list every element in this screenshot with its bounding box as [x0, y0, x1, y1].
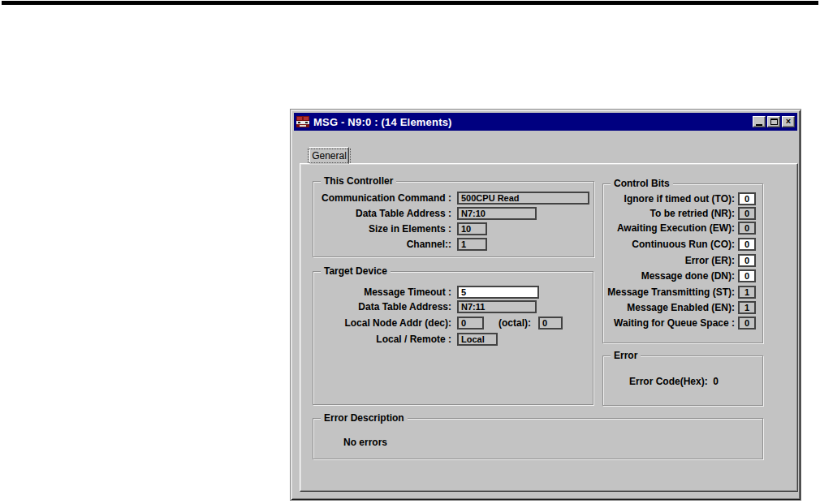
message-timeout-input[interactable]: 5 [457, 286, 539, 299]
waiting-for-queue-space-bit: 0 [738, 317, 756, 330]
error-description-group: Error Description No errors [313, 418, 763, 459]
tab-general[interactable]: General [309, 147, 349, 164]
msg-instruction-icon [296, 115, 309, 128]
channel-value: 1 [457, 238, 487, 251]
page-top-rule [2, 1, 818, 5]
message-enabled-bit: 1 [738, 301, 756, 314]
title-bar[interactable]: MSG - N9:0 : (14 Elements) × [294, 113, 797, 131]
local-node-addr-dec-label: Local Node Addr (dec): [317, 317, 451, 330]
local-remote-label: Local / Remote : [317, 334, 451, 346]
error-group: Error Error Code(Hex): 0 [602, 355, 763, 406]
minimize-button[interactable] [753, 116, 766, 127]
error-description-text: No errors [343, 437, 387, 448]
message-done-label: Message done (DN): [605, 270, 735, 282]
this-controller-group: This Controller Communication Command : … [313, 181, 594, 257]
communication-command-value: 500CPU Read [457, 192, 589, 205]
error-code-value: 0 [713, 376, 719, 387]
message-done-bit[interactable]: 0 [738, 269, 756, 282]
maximize-button[interactable] [767, 116, 780, 127]
message-transmitting-label: Message Transmitting (ST): [605, 286, 735, 299]
close-icon: × [786, 117, 791, 126]
to-be-retried-label: To be retried (NR): [605, 208, 735, 220]
waiting-for-queue-space-label: Waiting for Queue Space : [605, 317, 735, 330]
window-title: MSG - N9:0 : (14 Elements) [313, 116, 452, 128]
message-transmitting-bit: 1 [738, 286, 756, 299]
size-in-elements-label: Size in Elements : [317, 223, 451, 235]
octal-label: (octal): [498, 317, 537, 330]
continuous-run-bit[interactable]: 0 [738, 238, 756, 251]
channel-label: Channel:: [317, 239, 451, 251]
awaiting-execution-bit: 0 [738, 222, 756, 235]
control-bits-group: Control Bits Ignore if timed out (TO): 0… [602, 183, 763, 343]
local-node-addr-octal-value: 0 [538, 317, 563, 330]
ignore-if-timed-out-bit[interactable]: 0 [738, 192, 756, 205]
ignore-if-timed-out-label: Ignore if timed out (TO): [605, 193, 735, 205]
close-button[interactable]: × [782, 116, 795, 127]
tab-general-label: General [308, 149, 351, 163]
maximize-icon [770, 118, 778, 125]
error-er-label: Error (ER): [605, 255, 735, 267]
data-table-address-value: N7:10 [457, 207, 537, 220]
error-group-title: Error [611, 350, 641, 361]
data-table-address-label: Data Table Address : [317, 208, 451, 220]
local-node-addr-dec-value: 0 [457, 317, 484, 330]
awaiting-execution-label: Awaiting Execution (EW): [605, 222, 735, 235]
target-device-group: Target Device Message Timeout : 5 Data T… [313, 271, 593, 405]
target-data-table-address-value: N7:11 [457, 300, 537, 313]
local-remote-value: Local [457, 333, 498, 346]
this-controller-title: This Controller [321, 175, 396, 187]
control-bits-title: Control Bits [611, 178, 673, 189]
message-timeout-label: Message Timeout : [317, 286, 451, 299]
error-er-bit[interactable]: 0 [738, 254, 756, 267]
target-data-table-address-label: Data Table Address: [317, 301, 451, 313]
error-code-label: Error Code(Hex): [629, 376, 708, 387]
to-be-retried-bit: 0 [738, 207, 756, 220]
general-tab-page: This Controller Communication Command : … [300, 163, 798, 492]
error-description-title: Error Description [321, 412, 408, 424]
target-device-title: Target Device [321, 265, 391, 277]
message-enabled-label: Message Enabled (EN): [605, 302, 735, 314]
minimize-icon [756, 124, 762, 126]
error-code-line: Error Code(Hex): 0 [629, 376, 719, 387]
size-in-elements-value: 10 [457, 222, 487, 235]
continuous-run-label: Continuous Run (CO): [605, 239, 735, 251]
communication-command-label: Communication Command : [317, 192, 451, 205]
msg-dialog-window: MSG - N9:0 : (14 Elements) × General Thi… [290, 109, 801, 501]
